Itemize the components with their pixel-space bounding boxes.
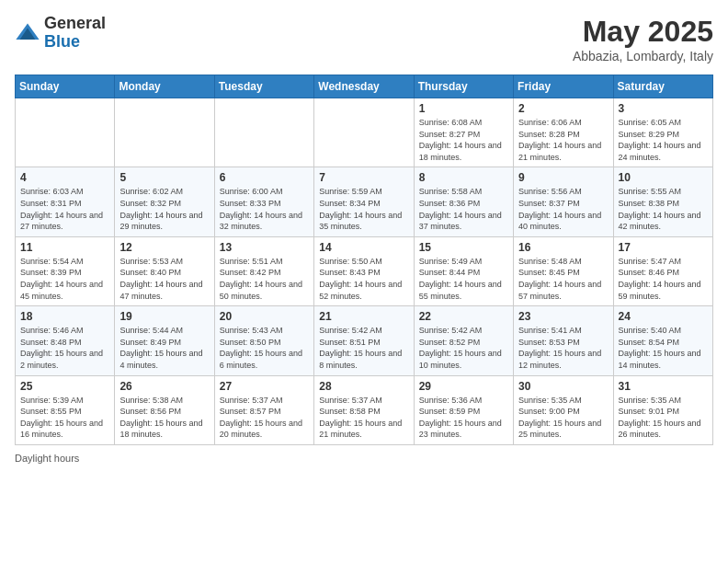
page-header: General Blue May 2025 Abbazia, Lombardy,…	[15, 15, 713, 63]
day-number: 12	[119, 241, 209, 254]
day-info: Sunrise: 5:37 AM Sunset: 8:57 PM Dayligh…	[220, 395, 309, 441]
weekday-header-sunday: Sunday	[16, 75, 115, 98]
day-info: Sunrise: 5:35 AM Sunset: 9:01 PM Dayligh…	[619, 395, 708, 441]
calendar-week-2: 4Sunrise: 6:03 AM Sunset: 8:31 PM Daylig…	[16, 167, 713, 236]
location-subtitle: Abbazia, Lombardy, Italy	[573, 49, 713, 63]
weekday-header-tuesday: Tuesday	[214, 75, 313, 98]
calendar-cell: 21Sunrise: 5:42 AM Sunset: 8:51 PM Dayli…	[314, 306, 414, 375]
day-info: Sunrise: 5:43 AM Sunset: 8:50 PM Dayligh…	[220, 325, 309, 371]
calendar-cell	[16, 98, 115, 167]
calendar-cell: 27Sunrise: 5:37 AM Sunset: 8:57 PM Dayli…	[214, 375, 313, 444]
day-info: Sunrise: 5:36 AM Sunset: 8:59 PM Dayligh…	[419, 395, 508, 441]
weekday-header-saturday: Saturday	[613, 75, 712, 98]
calendar-cell: 5Sunrise: 6:02 AM Sunset: 8:32 PM Daylig…	[115, 167, 214, 236]
day-info: Sunrise: 5:51 AM Sunset: 8:42 PM Dayligh…	[220, 256, 309, 302]
calendar-cell: 13Sunrise: 5:51 AM Sunset: 8:42 PM Dayli…	[214, 236, 313, 305]
day-info: Sunrise: 5:54 AM Sunset: 8:39 PM Dayligh…	[20, 256, 109, 302]
day-info: Sunrise: 5:56 AM Sunset: 8:37 PM Dayligh…	[518, 186, 608, 232]
day-info: Sunrise: 5:37 AM Sunset: 8:58 PM Dayligh…	[319, 395, 408, 441]
day-number: 11	[20, 241, 109, 254]
day-info: Sunrise: 5:40 AM Sunset: 8:54 PM Dayligh…	[619, 325, 708, 371]
day-info: Sunrise: 6:06 AM Sunset: 8:28 PM Dayligh…	[518, 117, 608, 163]
weekday-header-row: SundayMondayTuesdayWednesdayThursdayFrid…	[16, 75, 713, 98]
day-number: 3	[619, 102, 708, 115]
calendar-cell: 22Sunrise: 5:42 AM Sunset: 8:52 PM Dayli…	[414, 306, 513, 375]
day-number: 22	[419, 310, 508, 323]
day-info: Sunrise: 5:55 AM Sunset: 8:38 PM Dayligh…	[619, 186, 708, 232]
day-info: Sunrise: 5:49 AM Sunset: 8:44 PM Dayligh…	[419, 256, 508, 302]
day-info: Sunrise: 5:42 AM Sunset: 8:52 PM Dayligh…	[419, 325, 508, 371]
day-number: 14	[319, 241, 408, 254]
day-number: 8	[419, 171, 508, 184]
day-number: 21	[319, 310, 408, 323]
calendar-cell: 20Sunrise: 5:43 AM Sunset: 8:50 PM Dayli…	[214, 306, 313, 375]
day-number: 24	[619, 310, 708, 323]
day-number: 19	[119, 310, 209, 323]
month-title: May 2025	[573, 15, 713, 49]
day-info: Sunrise: 5:50 AM Sunset: 8:43 PM Dayligh…	[319, 256, 408, 302]
calendar-cell: 10Sunrise: 5:55 AM Sunset: 8:38 PM Dayli…	[613, 167, 712, 236]
calendar-week-5: 25Sunrise: 5:39 AM Sunset: 8:55 PM Dayli…	[16, 375, 713, 444]
day-number: 23	[518, 310, 608, 323]
day-number: 18	[20, 310, 109, 323]
day-info: Sunrise: 5:38 AM Sunset: 8:56 PM Dayligh…	[119, 395, 209, 441]
calendar-cell: 2Sunrise: 6:06 AM Sunset: 8:28 PM Daylig…	[514, 98, 613, 167]
day-number: 29	[419, 380, 508, 393]
weekday-header-wednesday: Wednesday	[314, 75, 414, 98]
day-info: Sunrise: 5:48 AM Sunset: 8:45 PM Dayligh…	[518, 256, 608, 302]
calendar-cell: 30Sunrise: 5:35 AM Sunset: 9:00 PM Dayli…	[514, 375, 613, 444]
calendar-cell: 25Sunrise: 5:39 AM Sunset: 8:55 PM Dayli…	[16, 375, 115, 444]
calendar-cell: 19Sunrise: 5:44 AM Sunset: 8:49 PM Dayli…	[115, 306, 214, 375]
day-number: 25	[20, 380, 109, 393]
calendar-cell: 29Sunrise: 5:36 AM Sunset: 8:59 PM Dayli…	[414, 375, 513, 444]
calendar-week-1: 1Sunrise: 6:08 AM Sunset: 8:27 PM Daylig…	[16, 98, 713, 167]
calendar-cell: 24Sunrise: 5:40 AM Sunset: 8:54 PM Dayli…	[613, 306, 712, 375]
logo: General Blue	[15, 15, 106, 52]
day-number: 10	[619, 171, 708, 184]
calendar-cell: 17Sunrise: 5:47 AM Sunset: 8:46 PM Dayli…	[613, 236, 712, 305]
day-number: 4	[20, 171, 109, 184]
calendar-cell: 26Sunrise: 5:38 AM Sunset: 8:56 PM Dayli…	[115, 375, 214, 444]
day-info: Sunrise: 5:42 AM Sunset: 8:51 PM Dayligh…	[319, 325, 408, 371]
day-number: 9	[518, 171, 608, 184]
title-block: May 2025 Abbazia, Lombardy, Italy	[573, 15, 713, 63]
day-info: Sunrise: 5:44 AM Sunset: 8:49 PM Dayligh…	[119, 325, 209, 371]
day-number: 20	[220, 310, 309, 323]
day-info: Sunrise: 6:03 AM Sunset: 8:31 PM Dayligh…	[20, 186, 109, 232]
day-number: 2	[518, 102, 608, 115]
calendar-cell: 11Sunrise: 5:54 AM Sunset: 8:39 PM Dayli…	[16, 236, 115, 305]
calendar-cell: 15Sunrise: 5:49 AM Sunset: 8:44 PM Dayli…	[414, 236, 513, 305]
weekday-header-thursday: Thursday	[414, 75, 513, 98]
day-number: 6	[220, 171, 309, 184]
calendar-cell: 8Sunrise: 5:58 AM Sunset: 8:36 PM Daylig…	[414, 167, 513, 236]
day-info: Sunrise: 5:53 AM Sunset: 8:40 PM Dayligh…	[119, 256, 209, 302]
calendar-cell: 16Sunrise: 5:48 AM Sunset: 8:45 PM Dayli…	[514, 236, 613, 305]
calendar-cell: 31Sunrise: 5:35 AM Sunset: 9:01 PM Dayli…	[613, 375, 712, 444]
calendar-table: SundayMondayTuesdayWednesdayThursdayFrid…	[15, 75, 713, 445]
day-number: 17	[619, 241, 708, 254]
weekday-header-friday: Friday	[514, 75, 613, 98]
daylight-hours-label: Daylight hours	[15, 453, 79, 464]
logo-icon	[15, 20, 40, 46]
day-number: 16	[518, 241, 608, 254]
calendar-cell: 14Sunrise: 5:50 AM Sunset: 8:43 PM Dayli…	[314, 236, 414, 305]
calendar-cell: 12Sunrise: 5:53 AM Sunset: 8:40 PM Dayli…	[115, 236, 214, 305]
calendar-week-4: 18Sunrise: 5:46 AM Sunset: 8:48 PM Dayli…	[16, 306, 713, 375]
footer-note: Daylight hours	[15, 453, 713, 464]
day-info: Sunrise: 5:35 AM Sunset: 9:00 PM Dayligh…	[518, 395, 608, 441]
calendar-cell: 18Sunrise: 5:46 AM Sunset: 8:48 PM Dayli…	[16, 306, 115, 375]
calendar-cell	[214, 98, 313, 167]
calendar-cell: 23Sunrise: 5:41 AM Sunset: 8:53 PM Dayli…	[514, 306, 613, 375]
day-number: 28	[319, 380, 408, 393]
logo-text: General Blue	[44, 15, 106, 52]
day-number: 13	[220, 241, 309, 254]
calendar-cell: 4Sunrise: 6:03 AM Sunset: 8:31 PM Daylig…	[16, 167, 115, 236]
calendar-cell: 9Sunrise: 5:56 AM Sunset: 8:37 PM Daylig…	[514, 167, 613, 236]
day-info: Sunrise: 5:41 AM Sunset: 8:53 PM Dayligh…	[518, 325, 608, 371]
day-info: Sunrise: 6:00 AM Sunset: 8:33 PM Dayligh…	[220, 186, 309, 232]
calendar-cell: 1Sunrise: 6:08 AM Sunset: 8:27 PM Daylig…	[414, 98, 513, 167]
calendar-cell	[115, 98, 214, 167]
calendar-cell	[314, 98, 414, 167]
day-number: 26	[119, 380, 209, 393]
day-info: Sunrise: 6:05 AM Sunset: 8:29 PM Dayligh…	[619, 117, 708, 163]
